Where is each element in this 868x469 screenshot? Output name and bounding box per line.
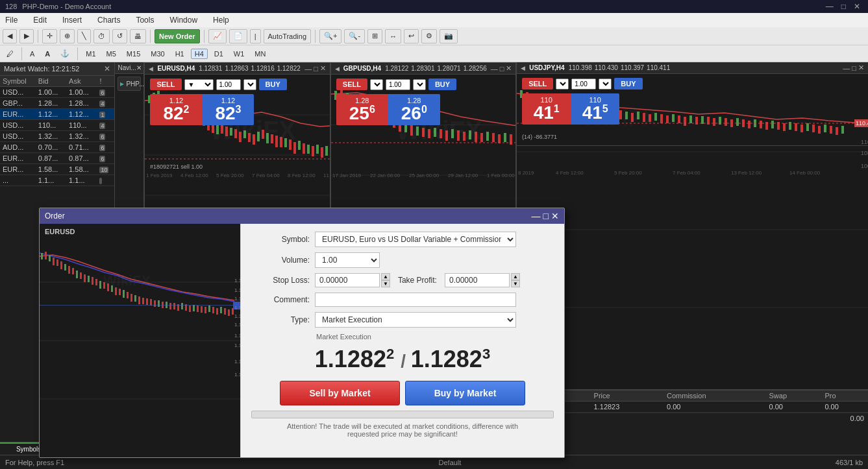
tf-w1[interactable]: W1 [230, 49, 249, 59]
type-select[interactable]: Market Execution Pending Order [315, 312, 516, 328]
tf-m30[interactable]: M30 [147, 49, 168, 59]
order-dialog[interactable]: Order — □ ✕ EURUSD [39, 208, 565, 458]
usdjpy-buy-btn[interactable]: BUY [614, 78, 642, 90]
text-btn[interactable]: A [26, 49, 38, 59]
usdjpy-vol-dropdown[interactable]: ▼ [599, 78, 612, 90]
tf-m1[interactable]: M1 [82, 49, 99, 59]
tp-input[interactable] [445, 273, 510, 287]
comment-input[interactable] [315, 293, 516, 307]
screenshot-btn[interactable]: 📷 [440, 29, 458, 43]
sl-down-btn[interactable]: ▼ [381, 280, 390, 287]
gbpusd-sell-price[interactable]: 1.28 256 [336, 94, 388, 125]
sl-input[interactable] [315, 273, 380, 287]
settings-btn[interactable]: ⚙ [421, 29, 437, 43]
gbpusd-minimize[interactable]: — [491, 64, 498, 73]
eurusd-restore[interactable]: □ [314, 64, 318, 73]
market-watch-row[interactable]: EUR... 0.87... 0.87... 6 [0, 153, 114, 164]
usdjpy-sell-dropdown[interactable]: ▼ [556, 78, 569, 90]
zoom-out-btn[interactable]: 🔍- [344, 29, 365, 43]
market-watch-row[interactable]: ... 1.1... 1.1... [0, 175, 114, 186]
market-watch-row[interactable]: USD... 1.00... 1.00... 6 [0, 87, 114, 98]
usdjpy-sell-price[interactable]: 110 411 [522, 93, 571, 125]
new-order-btn[interactable]: New Order [155, 29, 200, 43]
eurusd-sell-dropdown[interactable]: ▼ [184, 79, 214, 90]
gbpusd-restore[interactable]: □ [500, 64, 504, 73]
menu-charts[interactable]: Charts [95, 14, 123, 26]
tf-m5[interactable]: M5 [103, 49, 120, 59]
market-watch-row[interactable]: AUD... 0.70... 0.71... 6 [0, 142, 114, 153]
menu-file[interactable]: File [3, 14, 20, 26]
bold-btn[interactable]: A [41, 49, 54, 59]
eurusd-close[interactable]: ✕ [320, 64, 326, 73]
symbol-select[interactable]: EURUSD, Euro vs US Dollar Variable + Com… [315, 232, 516, 247]
dialog-min-btn[interactable]: — [532, 211, 541, 221]
maximize-btn[interactable]: □ [839, 2, 849, 11]
gbpusd-close[interactable]: ✕ [506, 64, 512, 73]
market-watch-row[interactable]: GBP... 1.28... 1.28... 4 [0, 98, 114, 109]
back-btn[interactable]: ◀ [3, 29, 17, 43]
line-btn[interactable]: ╲ [77, 29, 91, 43]
gbpusd-buy-btn[interactable]: BUY [428, 78, 456, 90]
market-watch-row[interactable]: USD... 1.32... 1.32... 6 [0, 131, 114, 142]
template-btn[interactable]: 📄 [229, 29, 247, 43]
usdjpy-sell-btn[interactable]: SELL [522, 78, 553, 90]
menu-tools[interactable]: Tools [133, 14, 156, 26]
close-btn[interactable]: ✕ [851, 2, 863, 11]
navigator-close[interactable]: ✕ [136, 64, 142, 71]
order-dialog-title-bar[interactable]: Order — □ ✕ [40, 208, 564, 224]
minimize-btn[interactable]: — [823, 2, 836, 11]
tf-m15[interactable]: M15 [123, 49, 144, 59]
scroll-btn[interactable]: ↔ [385, 29, 401, 43]
usdjpy-close[interactable]: ✕ [858, 64, 864, 72]
eurusd-volume-input[interactable] [216, 79, 241, 90]
eurusd-sell-price[interactable]: 1.12 822 [150, 94, 202, 125]
eurusd-buy-price[interactable]: 1.12 823 [202, 94, 254, 125]
eurusd-minimize[interactable]: — [304, 64, 312, 73]
period-sep-btn[interactable]: | [250, 29, 261, 43]
usdjpy-minimize[interactable]: — [843, 64, 850, 72]
print-btn[interactable]: 🖶 [130, 29, 146, 43]
sl-up-btn[interactable]: ▲ [381, 273, 390, 280]
usdjpy-volume-input[interactable] [571, 78, 596, 90]
usdjpy-restore[interactable]: □ [852, 64, 856, 72]
refresh-btn[interactable]: ↺ [112, 29, 127, 43]
volume-select[interactable]: 1.00 0.50 2.00 [315, 252, 380, 268]
tp-down-btn[interactable]: ▼ [511, 280, 520, 287]
crosshair-btn[interactable]: ✛ [42, 29, 57, 43]
dialog-max-btn[interactable]: □ [543, 211, 549, 221]
menu-help[interactable]: Help [210, 14, 232, 26]
eurusd-buy-btn[interactable]: BUY [259, 78, 287, 90]
gbpusd-volume-input[interactable] [386, 79, 410, 90]
gbpusd-sell-dropdown[interactable]: ▼ [370, 79, 383, 90]
gbpusd-vol-dropdown[interactable]: ▼ [413, 79, 426, 90]
period-btn[interactable]: ⏱ [93, 29, 110, 43]
zoom-in-btn[interactable]: 🔍+ [319, 29, 341, 43]
dialog-close-btn[interactable]: ✕ [551, 211, 559, 221]
market-watch-row[interactable]: EUR... 1.12... 1.12... 1 [0, 109, 114, 120]
sell-market-btn[interactable]: Sell by Market [280, 381, 400, 405]
eurusd-sell-btn[interactable]: SELL [150, 78, 181, 90]
market-watch-close[interactable]: ✕ [104, 64, 110, 73]
indicator-btn[interactable]: 📈 [208, 29, 227, 43]
fit-btn[interactable]: ⊞ [367, 29, 382, 43]
tf-mn[interactable]: MN [251, 49, 269, 59]
tf-d1[interactable]: D1 [210, 49, 227, 59]
menu-window[interactable]: Window [167, 14, 200, 26]
buy-market-btn[interactable]: Buy by Market [405, 381, 525, 405]
tp-up-btn[interactable]: ▲ [511, 273, 520, 280]
menu-edit[interactable]: Edit [31, 14, 49, 26]
market-watch-row[interactable]: EUR... 1.58... 1.58... 10 [0, 164, 114, 175]
anchor-btn[interactable]: ⚓ [56, 48, 73, 59]
tf-h1[interactable]: H1 [171, 49, 188, 59]
eurusd-vol-dropdown[interactable]: ▼ [243, 79, 256, 90]
market-watch-row[interactable]: USD... 110... 110... 4 [0, 120, 114, 131]
menu-insert[interactable]: Insert [60, 14, 84, 26]
auto-scroll-btn[interactable]: ↩ [404, 29, 419, 43]
usdjpy-buy-price[interactable]: 110 415 [571, 93, 619, 125]
tf-input-btn[interactable]: 🖊 [3, 49, 18, 59]
tf-h4[interactable]: H4 [191, 49, 208, 59]
gbpusd-buy-price[interactable]: 1.28 260 [388, 94, 440, 125]
forward-btn[interactable]: ▶ [19, 29, 34, 43]
auto-trading-btn[interactable]: AutoTrading [264, 29, 312, 43]
nav-item-phpd[interactable]: ▸PHP... [118, 77, 141, 91]
